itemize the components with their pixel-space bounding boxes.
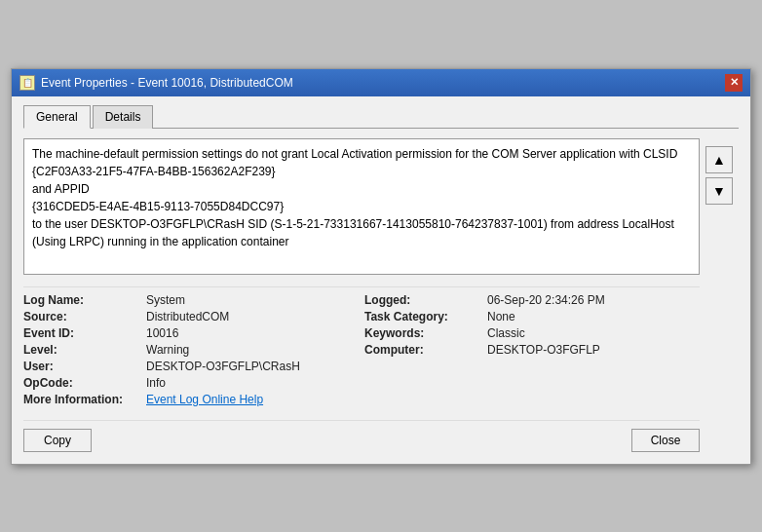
nav-down-button[interactable]: ▼ (705, 177, 733, 205)
copy-button[interactable]: Copy (23, 429, 92, 452)
dialog-content: The machine-default permission settings … (23, 138, 700, 452)
event-message-text: The machine-default permission settings … (32, 147, 677, 248)
moreinfo-link[interactable]: Event Log Online Help (146, 393, 359, 406)
computer-label: Computer: (364, 343, 481, 357)
opcode-value: Info (146, 376, 359, 390)
event-message-box[interactable]: The machine-default permission settings … (23, 138, 700, 275)
keywords-value: Classic (487, 326, 700, 340)
close-button[interactable]: Close (631, 429, 700, 452)
window-icon: 📋 (19, 75, 35, 91)
level-label: Level: (23, 343, 140, 357)
title-bar-left: 📋 Event Properties - Event 10016, Distri… (19, 75, 293, 91)
tab-general[interactable]: General (23, 105, 91, 129)
main-area: The machine-default permission settings … (23, 138, 739, 452)
dialog-body: General Details The machine-default perm… (12, 96, 750, 464)
details-grid: Log Name: System Logged: 06-Sep-20 2:34:… (23, 286, 700, 412)
nav-up-button[interactable]: ▲ (705, 146, 733, 173)
tab-details[interactable]: Details (93, 105, 154, 129)
logged-label: Logged: (364, 293, 481, 307)
eventid-label: Event ID: (23, 326, 140, 340)
computer-value: DESKTOP-O3FGFLP (487, 343, 700, 357)
level-value: Warning (146, 343, 359, 357)
event-properties-dialog: 📋 Event Properties - Event 10016, Distri… (11, 68, 751, 465)
close-window-button[interactable]: ✕ (725, 74, 743, 92)
window-title: Event Properties - Event 10016, Distribu… (41, 76, 293, 90)
logged-value: 06-Sep-20 2:34:26 PM (487, 293, 700, 307)
user-value: DESKTOP-O3FGFLP\CRasH (146, 360, 359, 373)
moreinfo-label: More Information: (23, 393, 140, 406)
side-nav: ▲ ▼ (700, 138, 739, 452)
keywords-label: Keywords: (364, 326, 481, 340)
eventid-value: 10016 (146, 326, 359, 340)
source-label: Source: (23, 310, 140, 323)
source-value: DistributedCOM (146, 310, 359, 323)
bottom-bar: Copy Close (23, 420, 700, 452)
taskcategory-value: None (487, 310, 700, 323)
title-bar: 📋 Event Properties - Event 10016, Distri… (12, 69, 750, 96)
logname-value: System (146, 293, 359, 307)
taskcategory-label: Task Category: (364, 310, 481, 323)
user-label: User: (23, 360, 140, 373)
opcode-label: OpCode: (23, 376, 140, 390)
tab-bar: General Details (23, 104, 739, 129)
logname-label: Log Name: (23, 293, 140, 307)
